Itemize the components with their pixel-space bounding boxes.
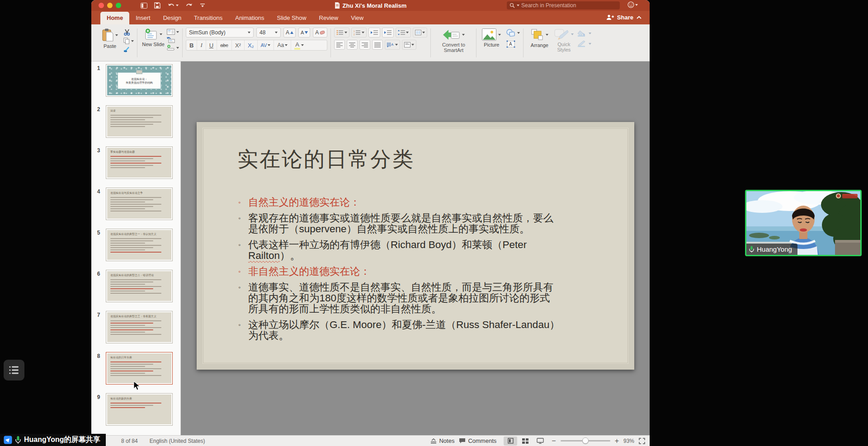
superscript-button[interactable]: X² [232, 40, 245, 50]
underline-button[interactable]: U [206, 40, 217, 50]
change-case-button[interactable]: Aa [274, 40, 291, 50]
add-section-button[interactable] [167, 45, 179, 51]
text-box-button[interactable]: A [506, 40, 520, 48]
comments-toggle[interactable]: Comments [459, 437, 496, 444]
tab-review[interactable]: Review [313, 12, 345, 24]
text-direction-button[interactable]: A [385, 40, 400, 50]
notes-toggle[interactable]: Notes [430, 437, 454, 444]
convert-to-smartart-button[interactable]: Convert toSmartArt [432, 27, 475, 59]
feedback-smiley-icon[interactable] [627, 1, 638, 8]
undo-button[interactable] [167, 2, 179, 9]
thumbnail-text-line [110, 247, 153, 248]
thumbnail-text-line [110, 163, 161, 164]
slide-thumbnail-1[interactable]: 道德实在论： 朱熹美德伦理学的结构 [106, 64, 173, 97]
slide-thumbnail-9[interactable]: 实在论的新的分类 [106, 393, 173, 426]
language-status[interactable]: English (United States) [150, 438, 205, 444]
participant-video[interactable]: HuangYong [745, 190, 862, 256]
zoom-out-button[interactable]: − [552, 437, 556, 445]
slide-thumbnail-7[interactable]: 道德反实在论的类型之三：非客观主义 [106, 311, 173, 343]
line-spacing-button[interactable] [396, 28, 411, 38]
zoom-in-button[interactable]: + [615, 437, 619, 445]
thumbnail-slot-8: 8实在论的日常分类 [91, 352, 180, 385]
slide-thumbnail-8[interactable]: 实在论的日常分类 [106, 352, 173, 385]
zoom-window-button[interactable] [116, 3, 121, 8]
increase-font-size-button[interactable]: A [283, 28, 296, 38]
slide-thumbnail-2[interactable]: 目录 [106, 105, 173, 138]
font-color-button[interactable]: A [291, 40, 307, 50]
copy-button[interactable] [123, 38, 134, 44]
normal-view-button[interactable] [504, 437, 517, 446]
slide-thumbnail-6[interactable]: 道德反实在论的类型之二：错误理论 [106, 270, 173, 302]
tab-design[interactable]: Design [157, 12, 188, 24]
new-slide-icon [144, 28, 158, 40]
subscript-button[interactable]: X₂ [245, 40, 258, 50]
participant-name: HuangYong [757, 245, 792, 253]
collapse-ribbon-icon[interactable] [637, 16, 642, 19]
slide-title[interactable]: 实在论的日常分类 [237, 146, 415, 174]
tab-animations[interactable]: Animations [229, 12, 270, 24]
character-spacing-button[interactable]: AV [258, 40, 274, 50]
format-painter-button[interactable] [123, 46, 134, 52]
thumbnail-text-line [110, 124, 153, 125]
tab-slide-show[interactable]: Slide Show [271, 12, 313, 24]
tab-transitions[interactable]: Transitions [188, 12, 229, 24]
slide-thumbnail-4[interactable]: 道德实在论与反实在论之争 [106, 188, 173, 220]
ribbon-group-paragraph: 12 [332, 27, 429, 59]
font-name-select[interactable]: SimSun (Body) [186, 28, 254, 38]
decrease-font-size-button[interactable]: A [298, 28, 310, 38]
clear-formatting-button[interactable]: A [313, 28, 327, 38]
tab-home[interactable]: Home [100, 12, 129, 24]
arrange-button[interactable]: Arrange [527, 28, 552, 48]
slide-sorter-view-button[interactable] [519, 437, 532, 446]
columns-button[interactable] [413, 28, 427, 38]
increase-indent-button[interactable] [382, 28, 394, 38]
slide-thumbnail-5[interactable]: 道德反实在论的类型之一：非认知主义 [106, 229, 173, 261]
decrease-indent-button[interactable] [368, 28, 380, 38]
shape-outline-button[interactable] [577, 41, 591, 47]
share-button[interactable]: Share [617, 14, 633, 21]
justify-button[interactable] [372, 40, 383, 50]
reset-layout-button[interactable] [167, 37, 179, 43]
bold-button[interactable]: B [186, 40, 197, 50]
align-center-button[interactable] [347, 40, 358, 50]
italic-button[interactable]: I [197, 40, 206, 50]
align-left-button[interactable] [334, 40, 345, 50]
bullets-button[interactable] [334, 28, 349, 38]
thumbnail-text-line [110, 156, 161, 157]
paste-button[interactable]: Paste [97, 28, 123, 49]
numbering-button[interactable]: 12 [351, 28, 367, 38]
toolbar-options-icon[interactable] [199, 2, 206, 9]
powerpoint-window: Zhu Xi's Moral Realism Search in Present… [91, 0, 650, 446]
save-icon[interactable] [154, 2, 161, 9]
zoom-slider[interactable] [561, 440, 610, 441]
collapsed-panel-handle[interactable] [4, 360, 24, 380]
slideshow-view-button[interactable] [533, 437, 547, 446]
slide-thumbnail-3[interactable]: 事实命题与道德命题 [106, 146, 173, 179]
strikethrough-button[interactable]: abc [217, 40, 232, 50]
thumbnail-number: 4 [91, 188, 106, 220]
zoom-slider-thumb[interactable] [582, 437, 589, 444]
align-text-button[interactable] [402, 40, 416, 50]
zoom-percentage[interactable]: 93% [623, 438, 634, 444]
toggle-sidebar-icon[interactable] [140, 2, 147, 9]
tab-view[interactable]: View [344, 12, 370, 24]
search-input[interactable]: Search in Presentation [507, 1, 620, 9]
shapes-button[interactable] [506, 29, 520, 37]
picture-button[interactable]: Picture [480, 28, 503, 47]
search-icon [509, 3, 515, 8]
quick-styles-button[interactable]: QuickStyles [552, 28, 576, 52]
thumbnail-text-line [110, 329, 153, 330]
align-right-button[interactable] [359, 40, 370, 50]
tab-insert[interactable]: Insert [129, 12, 157, 24]
shape-fill-button[interactable] [577, 30, 591, 37]
redo-button[interactable] [185, 2, 193, 9]
font-size-select[interactable]: 48 [256, 28, 281, 38]
new-slide-button[interactable]: New Slide [141, 28, 166, 47]
current-slide[interactable]: 实在论的日常分类 ◦自然主义的道德实在论：◦客观存在的道德事实或道德性质要么就是… [197, 122, 634, 370]
fit-slide-to-window-icon[interactable] [639, 438, 645, 444]
close-window-button[interactable] [99, 3, 104, 8]
cut-button[interactable] [123, 29, 134, 36]
slide-layout-button[interactable] [167, 29, 179, 35]
slide-body[interactable]: ◦自然主义的道德实在论：◦客观存在的道德事实或道德性质要么就是自然事实或自然性质… [238, 197, 625, 346]
minimize-window-button[interactable] [107, 3, 113, 8]
